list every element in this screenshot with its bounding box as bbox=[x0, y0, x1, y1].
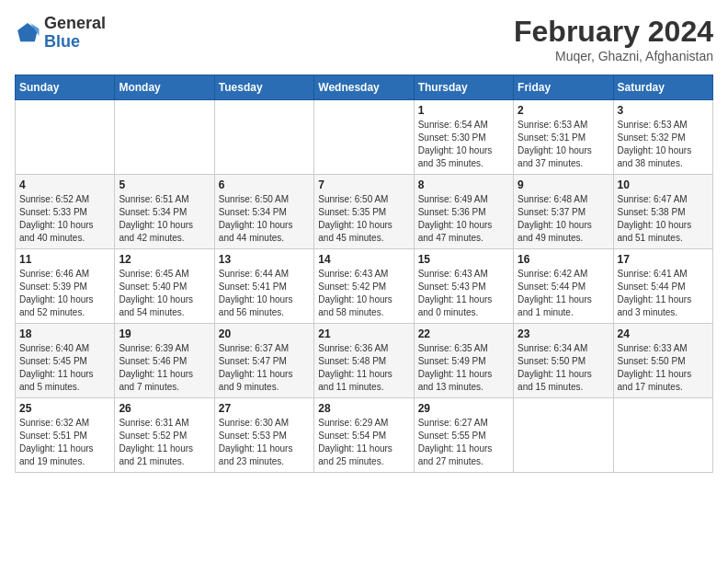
day-info: Sunrise: 6:35 AM Sunset: 5:49 PM Dayligh… bbox=[418, 342, 509, 394]
calendar-cell: 14Sunrise: 6:43 AM Sunset: 5:42 PM Dayli… bbox=[314, 249, 414, 324]
calendar-cell: 12Sunrise: 6:45 AM Sunset: 5:40 PM Dayli… bbox=[115, 249, 214, 324]
day-number: 20 bbox=[219, 327, 310, 340]
weekday-header-thursday: Thursday bbox=[414, 75, 513, 100]
day-number: 4 bbox=[19, 178, 110, 191]
calendar-cell: 15Sunrise: 6:43 AM Sunset: 5:43 PM Dayli… bbox=[414, 249, 513, 324]
day-info: Sunrise: 6:30 AM Sunset: 5:53 PM Dayligh… bbox=[219, 417, 310, 468]
day-number: 7 bbox=[318, 178, 409, 191]
calendar-cell: 19Sunrise: 6:39 AM Sunset: 5:46 PM Dayli… bbox=[115, 324, 214, 398]
day-number: 2 bbox=[518, 104, 609, 117]
calendar: SundayMondayTuesdayWednesdayThursdayFrid… bbox=[15, 75, 713, 473]
calendar-cell: 28Sunrise: 6:29 AM Sunset: 5:54 PM Dayli… bbox=[314, 398, 414, 473]
calendar-cell bbox=[214, 100, 313, 175]
calendar-cell: 22Sunrise: 6:35 AM Sunset: 5:49 PM Dayli… bbox=[414, 324, 513, 398]
calendar-cell bbox=[514, 398, 613, 473]
day-number: 27 bbox=[219, 402, 310, 415]
day-number: 13 bbox=[219, 253, 310, 266]
day-number: 17 bbox=[618, 253, 709, 266]
day-number: 14 bbox=[318, 253, 409, 266]
day-number: 23 bbox=[518, 327, 609, 340]
weekday-header-wednesday: Wednesday bbox=[314, 75, 414, 100]
calendar-cell: 16Sunrise: 6:42 AM Sunset: 5:44 PM Dayli… bbox=[514, 249, 613, 324]
day-info: Sunrise: 6:49 AM Sunset: 5:36 PM Dayligh… bbox=[418, 193, 509, 245]
day-number: 28 bbox=[318, 402, 409, 415]
header: General Blue February 2024 Muqer, Ghazni… bbox=[15, 15, 713, 63]
calendar-cell: 25Sunrise: 6:32 AM Sunset: 5:51 PM Dayli… bbox=[16, 398, 115, 473]
weekday-header-saturday: Saturday bbox=[613, 75, 712, 100]
calendar-cell: 26Sunrise: 6:31 AM Sunset: 5:52 PM Dayli… bbox=[115, 398, 214, 473]
day-number: 18 bbox=[19, 327, 110, 340]
day-info: Sunrise: 6:48 AM Sunset: 5:37 PM Dayligh… bbox=[518, 193, 609, 245]
title-area: February 2024 Muqer, Ghazni, Afghanistan bbox=[514, 15, 713, 63]
week-row-5: 25Sunrise: 6:32 AM Sunset: 5:51 PM Dayli… bbox=[16, 398, 713, 473]
day-info: Sunrise: 6:43 AM Sunset: 5:43 PM Dayligh… bbox=[418, 268, 509, 319]
day-info: Sunrise: 6:39 AM Sunset: 5:46 PM Dayligh… bbox=[119, 342, 210, 394]
day-number: 5 bbox=[119, 178, 210, 191]
day-info: Sunrise: 6:46 AM Sunset: 5:39 PM Dayligh… bbox=[19, 268, 110, 319]
day-info: Sunrise: 6:40 AM Sunset: 5:45 PM Dayligh… bbox=[19, 342, 110, 394]
calendar-cell: 23Sunrise: 6:34 AM Sunset: 5:50 PM Dayli… bbox=[514, 324, 613, 398]
day-number: 24 bbox=[618, 327, 709, 340]
weekday-header-monday: Monday bbox=[115, 75, 214, 100]
day-info: Sunrise: 6:53 AM Sunset: 5:32 PM Dayligh… bbox=[618, 119, 709, 170]
calendar-cell: 10Sunrise: 6:47 AM Sunset: 5:38 PM Dayli… bbox=[613, 175, 712, 249]
calendar-cell: 11Sunrise: 6:46 AM Sunset: 5:39 PM Dayli… bbox=[16, 249, 115, 324]
day-info: Sunrise: 6:43 AM Sunset: 5:42 PM Dayligh… bbox=[318, 268, 409, 319]
logo-icon bbox=[15, 20, 40, 46]
day-info: Sunrise: 6:51 AM Sunset: 5:34 PM Dayligh… bbox=[119, 193, 210, 245]
day-number: 12 bbox=[119, 253, 210, 266]
day-info: Sunrise: 6:32 AM Sunset: 5:51 PM Dayligh… bbox=[19, 417, 110, 468]
day-number: 6 bbox=[219, 178, 310, 191]
calendar-cell: 24Sunrise: 6:33 AM Sunset: 5:50 PM Dayli… bbox=[613, 324, 712, 398]
day-info: Sunrise: 6:42 AM Sunset: 5:44 PM Dayligh… bbox=[518, 268, 609, 319]
week-row-1: 1Sunrise: 6:54 AM Sunset: 5:30 PM Daylig… bbox=[16, 100, 713, 175]
calendar-cell: 2Sunrise: 6:53 AM Sunset: 5:31 PM Daylig… bbox=[514, 100, 613, 175]
logo-general: General bbox=[44, 15, 106, 33]
calendar-cell: 5Sunrise: 6:51 AM Sunset: 5:34 PM Daylig… bbox=[115, 175, 214, 249]
day-info: Sunrise: 6:29 AM Sunset: 5:54 PM Dayligh… bbox=[318, 417, 409, 468]
week-row-2: 4Sunrise: 6:52 AM Sunset: 5:33 PM Daylig… bbox=[16, 175, 713, 249]
calendar-cell bbox=[16, 100, 115, 175]
day-info: Sunrise: 6:37 AM Sunset: 5:47 PM Dayligh… bbox=[219, 342, 310, 394]
calendar-cell: 9Sunrise: 6:48 AM Sunset: 5:37 PM Daylig… bbox=[514, 175, 613, 249]
day-info: Sunrise: 6:53 AM Sunset: 5:31 PM Dayligh… bbox=[518, 119, 609, 170]
day-number: 9 bbox=[518, 178, 609, 191]
day-info: Sunrise: 6:54 AM Sunset: 5:30 PM Dayligh… bbox=[418, 119, 509, 170]
calendar-cell: 4Sunrise: 6:52 AM Sunset: 5:33 PM Daylig… bbox=[16, 175, 115, 249]
calendar-cell: 3Sunrise: 6:53 AM Sunset: 5:32 PM Daylig… bbox=[613, 100, 712, 175]
calendar-cell: 29Sunrise: 6:27 AM Sunset: 5:55 PM Dayli… bbox=[414, 398, 513, 473]
calendar-cell: 1Sunrise: 6:54 AM Sunset: 5:30 PM Daylig… bbox=[414, 100, 513, 175]
day-info: Sunrise: 6:27 AM Sunset: 5:55 PM Dayligh… bbox=[418, 417, 509, 468]
calendar-cell bbox=[314, 100, 414, 175]
month-year: February 2024 bbox=[514, 15, 713, 49]
logo: General Blue bbox=[15, 15, 106, 52]
day-number: 11 bbox=[19, 253, 110, 266]
day-number: 15 bbox=[418, 253, 509, 266]
weekday-header-row: SundayMondayTuesdayWednesdayThursdayFrid… bbox=[16, 75, 713, 100]
day-info: Sunrise: 6:45 AM Sunset: 5:40 PM Dayligh… bbox=[119, 268, 210, 319]
day-info: Sunrise: 6:31 AM Sunset: 5:52 PM Dayligh… bbox=[119, 417, 210, 468]
calendar-cell: 18Sunrise: 6:40 AM Sunset: 5:45 PM Dayli… bbox=[16, 324, 115, 398]
day-number: 19 bbox=[119, 327, 210, 340]
calendar-cell: 21Sunrise: 6:36 AM Sunset: 5:48 PM Dayli… bbox=[314, 324, 414, 398]
day-info: Sunrise: 6:44 AM Sunset: 5:41 PM Dayligh… bbox=[219, 268, 310, 319]
calendar-cell bbox=[613, 398, 712, 473]
calendar-cell: 6Sunrise: 6:50 AM Sunset: 5:34 PM Daylig… bbox=[214, 175, 313, 249]
day-number: 22 bbox=[418, 327, 509, 340]
calendar-cell: 20Sunrise: 6:37 AM Sunset: 5:47 PM Dayli… bbox=[214, 324, 313, 398]
day-info: Sunrise: 6:33 AM Sunset: 5:50 PM Dayligh… bbox=[618, 342, 709, 394]
location: Muqer, Ghazni, Afghanistan bbox=[514, 49, 713, 63]
weekday-header-tuesday: Tuesday bbox=[214, 75, 313, 100]
day-number: 16 bbox=[518, 253, 609, 266]
day-info: Sunrise: 6:41 AM Sunset: 5:44 PM Dayligh… bbox=[618, 268, 709, 319]
week-row-3: 11Sunrise: 6:46 AM Sunset: 5:39 PM Dayli… bbox=[16, 249, 713, 324]
day-number: 3 bbox=[618, 104, 709, 117]
day-info: Sunrise: 6:52 AM Sunset: 5:33 PM Dayligh… bbox=[19, 193, 110, 245]
logo-blue: Blue bbox=[44, 33, 106, 52]
day-info: Sunrise: 6:34 AM Sunset: 5:50 PM Dayligh… bbox=[518, 342, 609, 394]
calendar-cell: 13Sunrise: 6:44 AM Sunset: 5:41 PM Dayli… bbox=[214, 249, 313, 324]
calendar-cell: 17Sunrise: 6:41 AM Sunset: 5:44 PM Dayli… bbox=[613, 249, 712, 324]
day-info: Sunrise: 6:36 AM Sunset: 5:48 PM Dayligh… bbox=[318, 342, 409, 394]
day-number: 1 bbox=[418, 104, 509, 117]
day-number: 29 bbox=[418, 402, 509, 415]
